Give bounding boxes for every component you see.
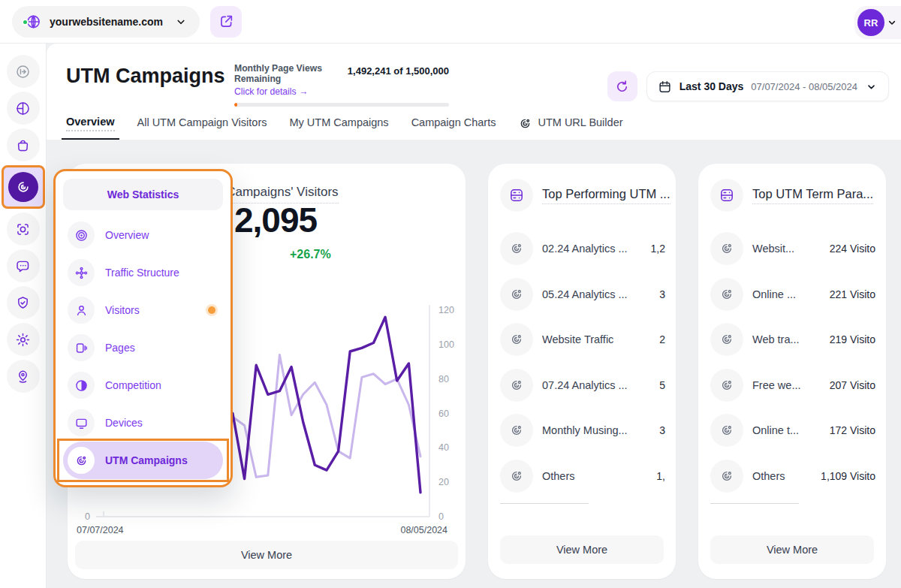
menu-item-label: Overview (105, 229, 149, 241)
svg-text:100: 100 (438, 339, 454, 350)
item-label: Web tra... (752, 333, 800, 345)
list-item[interactable]: Others1,109 Visito (710, 454, 886, 499)
open-website-button[interactable] (210, 6, 242, 38)
item-value: 219 Visito (830, 333, 875, 345)
divider (710, 503, 799, 504)
sidebar-item-location[interactable] (7, 360, 40, 393)
refresh-icon (614, 79, 630, 95)
menu-item-pages[interactable]: Pages (63, 329, 223, 366)
shield-icon (15, 295, 31, 311)
svg-text:08/05/2024: 08/05/2024 (400, 525, 447, 535)
list-item[interactable]: Monthly Musing...3 (500, 408, 676, 454)
menu-item-devices[interactable]: Devices (63, 404, 223, 442)
refresh-button[interactable] (607, 71, 637, 101)
card-title: Top Performing UTM ... (542, 187, 670, 204)
list-item[interactable]: 07.24 Analytics ...5 (500, 363, 676, 409)
sidebar-item-analytics[interactable] (7, 92, 40, 125)
tab-overview[interactable]: Overview (66, 116, 115, 140)
profile-menu[interactable]: RR (854, 6, 901, 39)
tab-all-utm-campaign-visitors[interactable]: All UTM Campaign Visitors (137, 116, 267, 140)
chevron-down-icon (174, 15, 188, 29)
list-item[interactable]: Online t...172 Visito (710, 408, 886, 454)
item-icon-circle (500, 414, 533, 447)
sidebar-item-tracking[interactable] (7, 213, 40, 246)
radar-icon (15, 179, 32, 195)
menu-item-icon-circle (68, 222, 95, 249)
card-list: 02.24 Analytics ...1,205.24 Analytics ..… (488, 226, 676, 499)
sidebar-item-security[interactable] (7, 286, 40, 319)
tab-label: Overview (66, 116, 115, 131)
svg-text:120: 120 (438, 305, 454, 315)
menu-item-competition[interactable]: Competition (63, 366, 223, 404)
contrast-icon (74, 378, 89, 393)
external-link-icon (218, 14, 234, 29)
sidebar-item-expand[interactable] (7, 55, 40, 88)
list-item[interactable]: 05.24 Analytics ...3 (500, 272, 676, 318)
item-value: 2 (659, 333, 665, 345)
globe-icon (24, 13, 42, 31)
card-header: Top UTM Term Para... (698, 164, 886, 212)
item-value: 1, (656, 470, 665, 482)
menu-item-icon-circle (68, 334, 95, 361)
tab-campaign-charts[interactable]: Campaign Charts (411, 116, 496, 140)
menu-item-utm-campaigns[interactable]: UTM Campaigns (63, 442, 223, 479)
tab-utm-url-builder[interactable]: UTM URL Builder (518, 116, 622, 140)
list-item[interactable]: Websit...224 Visito (710, 226, 886, 272)
chevron-down-icon (865, 80, 878, 93)
card-top-utm-term-parameters: Top UTM Term Para...Websit...224 VisitoO… (698, 164, 886, 579)
item-icon-circle (500, 460, 533, 493)
view-more-button[interactable]: View More (500, 535, 664, 564)
topbar: yourwebsitename.com RR (0, 0, 901, 44)
arrow-circle-icon (15, 64, 31, 80)
tab-label: All UTM Campaign Visitors (137, 116, 267, 131)
avatar: RR (857, 9, 884, 36)
list-item[interactable]: Online ...221 Visito (710, 272, 886, 318)
item-icon-circle (710, 278, 743, 311)
pie-chart-icon (15, 101, 31, 116)
item-icon-circle (500, 278, 533, 311)
item-label: Website Traffic (542, 333, 613, 345)
menu-item-label: Devices (105, 417, 143, 429)
view-more-button[interactable]: View More (75, 541, 458, 569)
utm-spiral-icon (509, 287, 524, 302)
sidebar-item-feedback[interactable] (7, 249, 40, 282)
sidebar-item-web-statistics[interactable] (2, 165, 45, 209)
sidebar-item-settings[interactable] (7, 323, 40, 356)
list-item[interactable]: Web tra...219 Visito (710, 317, 886, 363)
view-more-button[interactable]: View More (710, 535, 874, 564)
item-label: Online t... (752, 424, 799, 436)
svg-text:0: 0 (438, 511, 444, 522)
utm-spiral-icon (719, 378, 734, 393)
item-icon-circle (710, 369, 743, 402)
server-icon (508, 187, 525, 204)
gear-icon (15, 332, 31, 348)
list-item[interactable]: 02.24 Analytics ...1,2 (500, 226, 676, 272)
date-range-picker[interactable]: Last 30 Days 07/07/2024 - 08/05/2024 (646, 71, 889, 101)
website-selector[interactable]: yourwebsitename.com (12, 6, 200, 38)
card-top-performing-utm-campaigns: Top Performing UTM ...02.24 Analytics ..… (488, 164, 676, 579)
sidebar-item-store[interactable] (7, 128, 40, 161)
nodes-icon (74, 266, 89, 280)
menu-item-label: Competition (105, 379, 161, 391)
menu-item-overview[interactable]: Overview (63, 216, 223, 254)
list-item[interactable]: Free we...207 Visito (710, 363, 886, 409)
utm-spiral-icon (719, 423, 734, 438)
list-item[interactable]: Website Traffic2 (500, 317, 676, 363)
quota-value: 1,492,241 of 1,500,000 (348, 65, 449, 98)
card-icon-circle (710, 179, 743, 212)
web-statistics-menu: Web Statistics OverviewTraffic Structure… (53, 169, 233, 487)
menu-item-traffic-structure[interactable]: Traffic Structure (63, 254, 223, 291)
item-value: 5 (659, 379, 665, 391)
utm-spiral-icon (509, 469, 524, 484)
item-label: Others (752, 470, 785, 482)
menu-item-visitors[interactable]: Visitors (63, 291, 223, 329)
tab-my-utm-campaigns[interactable]: My UTM Campaigns (289, 116, 388, 140)
chevron-down-icon (886, 17, 898, 29)
calendar-icon (658, 80, 672, 94)
list-item[interactable]: Others1, (500, 454, 676, 499)
quota-details-link[interactable]: Click for details → (234, 86, 308, 97)
card-icon-circle (500, 179, 533, 212)
item-label: Free we... (752, 379, 800, 391)
item-icon-circle (710, 232, 743, 265)
tab-bar: OverviewAll UTM Campaign VisitorsMy UTM … (66, 116, 623, 140)
